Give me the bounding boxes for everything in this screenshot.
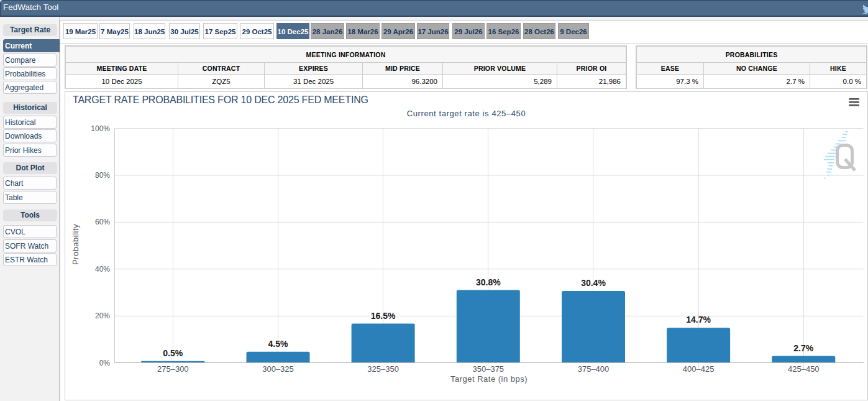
svg-text:20%: 20% xyxy=(95,311,110,320)
svg-text:Target Rate (in bps): Target Rate (in bps) xyxy=(450,374,528,384)
svg-text:16.5%: 16.5% xyxy=(371,311,396,321)
svg-text:14.7%: 14.7% xyxy=(686,315,711,325)
svg-text:0%: 0% xyxy=(99,359,111,367)
svg-text:400–425: 400–425 xyxy=(683,364,715,374)
svg-text:275–300: 275–300 xyxy=(157,364,189,374)
svg-text:2.7%: 2.7% xyxy=(793,343,813,353)
svg-text:30.4%: 30.4% xyxy=(581,278,606,288)
svg-text:30.8%: 30.8% xyxy=(476,277,501,287)
svg-text:300–325: 300–325 xyxy=(262,364,294,374)
svg-text:325–350: 325–350 xyxy=(367,364,399,374)
svg-text:0.5%: 0.5% xyxy=(163,348,183,358)
svg-text:80%: 80% xyxy=(95,171,110,180)
svg-text:Probability: Probability xyxy=(71,224,80,265)
svg-text:100%: 100% xyxy=(91,124,110,133)
svg-text:375–400: 375–400 xyxy=(578,364,610,374)
svg-text:425–450: 425–450 xyxy=(788,364,820,374)
svg-text:4.5%: 4.5% xyxy=(268,339,288,349)
svg-text:60%: 60% xyxy=(95,218,110,226)
svg-text:350–375: 350–375 xyxy=(472,364,504,374)
svg-text:40%: 40% xyxy=(95,265,110,274)
